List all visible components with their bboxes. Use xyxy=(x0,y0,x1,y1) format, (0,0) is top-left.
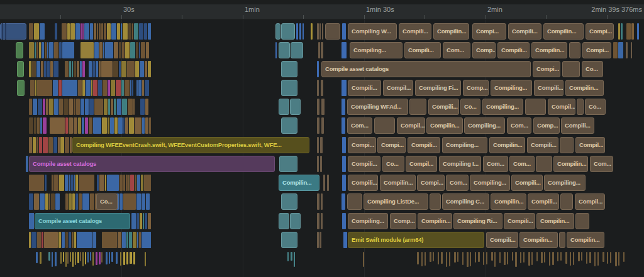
task-bar[interactable]: Compili... xyxy=(348,156,380,172)
task-bar[interactable]: Compiling... xyxy=(442,137,487,153)
task-bar[interactable]: Compili... xyxy=(497,42,530,58)
task-bar[interactable]: Compilin... xyxy=(565,80,604,96)
task-bar[interactable] xyxy=(16,42,23,58)
task-bar[interactable]: Compiling Ri... xyxy=(453,213,502,229)
task-bar[interactable] xyxy=(536,156,552,172)
task-sliver[interactable] xyxy=(341,193,345,210)
task-bar[interactable]: Compil... xyxy=(383,80,413,96)
task-bar[interactable]: Compili... xyxy=(511,175,543,191)
task-stripe-cluster[interactable] xyxy=(29,61,151,77)
task-bar[interactable] xyxy=(577,99,584,115)
task-bar[interactable]: Compile asset catalogs xyxy=(29,156,275,172)
task-bar[interactable]: Compiling... xyxy=(464,117,505,134)
task-sliver[interactable] xyxy=(342,213,346,229)
task-bar[interactable]: Compilin... xyxy=(491,193,526,210)
task-bar[interactable] xyxy=(569,42,580,58)
task-sliver[interactable] xyxy=(321,193,323,210)
task-bar[interactable] xyxy=(341,80,347,96)
task-sliver[interactable] xyxy=(319,23,321,40)
task-bar[interactable] xyxy=(325,23,340,40)
task-bar[interactable]: Compil... xyxy=(575,193,605,210)
task-sliver[interactable] xyxy=(275,42,277,58)
task-bar[interactable] xyxy=(281,80,297,96)
time-ruler[interactable]: 30s1min1min 30s2min2min 39s 376ms xyxy=(0,0,644,20)
task-stripe-cluster[interactable] xyxy=(29,175,151,191)
task-sliver[interactable] xyxy=(321,80,323,96)
task-bar[interactable]: Compiling C... xyxy=(442,193,489,210)
task-bar[interactable]: Compili... xyxy=(561,117,594,134)
task-stripe-cluster[interactable] xyxy=(29,117,151,134)
task-bar[interactable]: Compiling... xyxy=(482,99,523,115)
task-bar[interactable]: Compiling... xyxy=(470,175,510,191)
task-bar[interactable] xyxy=(281,23,295,40)
task-bar[interactable]: Compili... xyxy=(404,42,441,58)
task-bar[interactable]: Compilin... xyxy=(489,137,525,153)
task-bar[interactable]: Compili... xyxy=(348,175,378,191)
task-bar[interactable]: Compili... xyxy=(504,213,535,229)
task-bar[interactable] xyxy=(17,80,25,96)
task-stripe-cluster[interactable] xyxy=(29,23,151,40)
task-stripe-cluster[interactable] xyxy=(29,213,34,229)
task-stripe-cluster[interactable] xyxy=(29,99,151,115)
task-bar[interactable] xyxy=(347,193,362,210)
task-bar[interactable] xyxy=(374,117,395,134)
task-bar[interactable]: Compil... xyxy=(575,137,605,153)
task-bar[interactable]: Compilin... xyxy=(380,175,416,191)
task-bar[interactable]: Compili... xyxy=(528,193,559,210)
task-bar[interactable]: Compili... xyxy=(408,137,440,153)
task-bar[interactable]: Com... xyxy=(483,156,508,172)
task-bar[interactable] xyxy=(0,23,26,40)
task-bar[interactable]: Compiling I... xyxy=(439,156,481,172)
task-bar[interactable]: Compili... xyxy=(527,137,558,153)
task-bar[interactable]: Compi... xyxy=(377,137,406,153)
task-bar[interactable]: Compili... xyxy=(399,23,431,40)
task-bar[interactable]: Co... xyxy=(582,61,603,77)
task-bar[interactable]: Compi... xyxy=(417,175,445,191)
task-sliver[interactable] xyxy=(322,23,323,40)
task-bar[interactable]: Comp... xyxy=(472,42,496,58)
task-bar[interactable] xyxy=(525,99,546,115)
task-bar[interactable] xyxy=(575,213,589,229)
task-bar[interactable]: Co... xyxy=(382,156,404,172)
task-sliver[interactable] xyxy=(317,232,319,248)
task-bar[interactable] xyxy=(281,193,297,210)
task-sliver[interactable] xyxy=(317,117,319,134)
task-bar[interactable]: Compile asset catalogs xyxy=(35,213,130,229)
task-bar[interactable]: Co... xyxy=(460,99,480,115)
task-stripe-cluster[interactable] xyxy=(29,193,151,210)
task-sliver[interactable] xyxy=(317,80,319,96)
task-bar[interactable]: Compiling WFAd... xyxy=(347,99,408,115)
task-bar[interactable]: Comp... xyxy=(533,117,560,134)
task-sliver[interactable] xyxy=(318,42,320,58)
task-bar[interactable] xyxy=(279,213,289,229)
task-sliver[interactable] xyxy=(631,42,632,58)
task-sliver[interactable] xyxy=(319,232,321,248)
task-sliver[interactable] xyxy=(320,137,323,153)
task-bar[interactable] xyxy=(17,61,24,77)
task-sliver[interactable] xyxy=(321,99,325,115)
task-bar[interactable]: Comp... xyxy=(390,213,416,229)
task-sliver[interactable] xyxy=(317,99,319,115)
task-bar[interactable]: Emit Swift module (arm64) xyxy=(348,232,484,248)
task-bar[interactable] xyxy=(290,99,301,115)
task-sliver[interactable] xyxy=(321,117,324,134)
task-bar[interactable]: Compilin... xyxy=(418,213,452,229)
task-bar[interactable] xyxy=(281,232,297,248)
task-bar[interactable] xyxy=(291,42,303,58)
task-bar[interactable]: Compilin... xyxy=(519,232,558,248)
task-sliver[interactable] xyxy=(317,23,319,40)
task-bar[interactable]: Co... xyxy=(585,99,606,115)
task-sliver[interactable] xyxy=(317,137,319,153)
task-bar[interactable]: Com... xyxy=(509,156,535,172)
task-sliver[interactable] xyxy=(342,23,346,40)
task-sliver[interactable] xyxy=(317,61,319,77)
task-bar[interactable]: Compilin... xyxy=(567,232,604,248)
task-bar[interactable]: Compiling W... xyxy=(348,23,397,40)
task-bar[interactable]: Compiling... xyxy=(350,42,402,58)
task-bar[interactable]: Compiling ListDe... xyxy=(364,193,428,210)
task-bar[interactable] xyxy=(281,61,297,77)
task-bar[interactable] xyxy=(290,213,301,229)
task-stripe-cluster[interactable] xyxy=(30,80,151,96)
task-sliver[interactable] xyxy=(321,42,323,58)
task-bar[interactable] xyxy=(430,193,441,210)
